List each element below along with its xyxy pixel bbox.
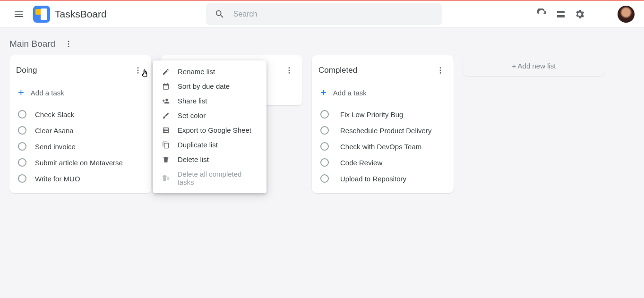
menu-item-label: Delete list	[178, 155, 209, 163]
task-circle-icon[interactable]	[320, 126, 329, 135]
dots-vertical-icon	[285, 66, 293, 75]
add-task-button[interactable]: + Add a task	[318, 87, 447, 98]
sweep-icon	[162, 174, 170, 182]
calendar-icon	[162, 83, 170, 90]
column-menu-button-completed[interactable]	[434, 64, 447, 77]
view-toggle-button[interactable]	[551, 5, 570, 24]
menu-item-label: Rename list	[178, 68, 215, 76]
user-avatar[interactable]	[618, 6, 635, 23]
menu-sort-due-date[interactable]: Sort by due date	[153, 79, 266, 94]
menu-rename-list[interactable]: Rename list	[153, 64, 266, 79]
task-label: Check with DevOps Team	[337, 143, 421, 151]
task-label: Upload to Repository	[337, 175, 406, 183]
task-item[interactable]: Check Slack	[16, 106, 145, 122]
dots-vertical-icon	[134, 66, 142, 75]
svg-point-11	[440, 72, 441, 74]
menu-item-label: Delete all completed tasks	[178, 170, 258, 186]
column-menu-button-doing[interactable]	[131, 64, 145, 77]
list-view-icon	[555, 9, 567, 20]
hamburger-menu-button[interactable]	[9, 5, 28, 24]
task-label: Submit article on Metaverse	[35, 159, 123, 167]
svg-point-4	[137, 70, 139, 71]
menu-item-label: Share list	[178, 97, 207, 105]
svg-point-7	[289, 70, 290, 71]
task-circle-icon[interactable]	[320, 142, 329, 151]
plus-icon: +	[320, 87, 326, 98]
task-circle-icon[interactable]	[18, 174, 26, 183]
menu-delete-completed: Delete all completed tasks	[153, 167, 266, 189]
task-circle-icon[interactable]	[18, 158, 26, 167]
gear-icon	[574, 9, 585, 20]
brush-icon	[162, 112, 170, 119]
task-item[interactable]: Clear Asana	[16, 122, 145, 138]
person-add-icon	[162, 97, 170, 105]
board-menu-button[interactable]	[62, 37, 75, 51]
menu-item-label: Sort by due date	[178, 82, 230, 90]
dots-vertical-icon	[64, 40, 73, 48]
add-new-list-label: + Add new list	[512, 62, 556, 70]
svg-point-1	[68, 43, 69, 45]
task-item[interactable]: Submit article on Metaverse	[16, 154, 145, 170]
svg-point-6	[289, 67, 290, 68]
task-label: Reschedule Product Delivery	[337, 127, 431, 135]
app-logo	[33, 6, 50, 23]
app-brand-name: TasksBoard	[55, 9, 107, 20]
board-title-row: Main Board	[0, 28, 644, 55]
column-title: Completed	[318, 66, 357, 75]
column-title: Doing	[16, 66, 37, 75]
hamburger-icon	[13, 9, 25, 20]
board-title: Main Board	[9, 39, 55, 49]
svg-point-8	[289, 72, 290, 74]
add-task-label: Add a task	[333, 89, 367, 97]
task-item[interactable]: Reschedule Product Delivery	[318, 122, 447, 138]
task-item[interactable]: Upload to Repository	[318, 170, 447, 187]
menu-item-label: Set color	[178, 111, 206, 119]
sheet-icon	[162, 127, 170, 134]
task-item[interactable]: Check with DevOps Team	[318, 138, 447, 154]
task-circle-icon[interactable]	[18, 126, 26, 135]
svg-point-3	[137, 67, 139, 68]
task-label: Send invoice	[35, 143, 76, 151]
menu-share-list[interactable]: Share list	[153, 94, 266, 108]
menu-export-sheet[interactable]: Export to Google Sheet	[153, 123, 266, 137]
board-columns: Doing + Add a task Check Slack Clear Asa…	[0, 55, 644, 193]
column-completed: Completed + Add a task Fix Low Priority …	[312, 55, 454, 193]
plus-icon: +	[18, 87, 24, 98]
task-circle-icon[interactable]	[18, 110, 26, 119]
svg-point-10	[440, 70, 441, 71]
add-new-list-button[interactable]: + Add new list	[463, 55, 605, 76]
task-label: Write for MUO	[35, 175, 80, 183]
task-circle-icon[interactable]	[320, 174, 329, 183]
refresh-icon	[536, 9, 548, 20]
menu-item-label: Duplicate list	[178, 141, 218, 149]
menu-delete-list[interactable]: Delete list	[153, 152, 266, 167]
task-item[interactable]: Code Review	[318, 154, 447, 170]
menu-duplicate-list[interactable]: Duplicate list	[153, 137, 266, 152]
trash-icon	[162, 156, 170, 163]
task-item[interactable]: Send invoice	[16, 138, 145, 154]
task-circle-icon[interactable]	[320, 158, 329, 167]
pencil-icon	[162, 68, 170, 76]
refresh-button[interactable]	[532, 5, 551, 24]
task-label: Clear Asana	[35, 127, 74, 135]
task-item[interactable]: Write for MUO	[16, 170, 145, 187]
column-menu-button-middle[interactable]	[283, 64, 296, 77]
task-circle-icon[interactable]	[320, 110, 329, 119]
menu-item-label: Export to Google Sheet	[178, 126, 251, 134]
search-placeholder: Search	[233, 10, 258, 18]
svg-point-0	[68, 41, 69, 42]
settings-button[interactable]	[570, 5, 589, 24]
dots-vertical-icon	[436, 66, 445, 75]
add-task-button[interactable]: + Add a task	[16, 87, 145, 98]
task-label: Code Review	[337, 159, 382, 167]
task-label: Fix Low Priority Bug	[337, 111, 403, 119]
column-context-menu: Rename list Sort by due date Share list …	[153, 60, 266, 193]
svg-point-9	[440, 67, 441, 68]
menu-set-color[interactable]: Set color	[153, 108, 266, 123]
copy-icon	[162, 141, 170, 149]
task-circle-icon[interactable]	[18, 142, 26, 151]
app-header: TasksBoard Search	[0, 1, 644, 28]
svg-point-2	[68, 46, 69, 47]
search-input[interactable]: Search	[206, 3, 442, 25]
task-item[interactable]: Fix Low Priority Bug	[318, 106, 447, 122]
